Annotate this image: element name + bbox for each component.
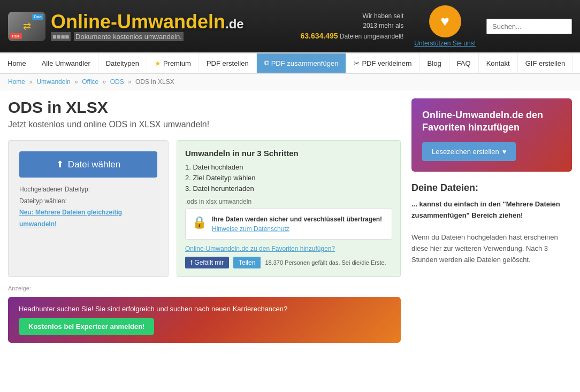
logo-subtitle-text: Dokumente kostenlos umwandeln.	[74, 32, 184, 41]
breadcrumb-sep1: »	[29, 78, 33, 86]
steps-title: Umwandeln in nur 3 Schritten	[185, 149, 392, 158]
merge-icon: ⧉	[264, 59, 269, 67]
heart-btn-icon: ♥	[502, 148, 507, 156]
stats-line1: Wir haben seit	[300, 11, 403, 21]
privacy-link[interactable]: Hinweise zum Datenschutz	[212, 225, 289, 233]
breadcrumb-sep3: »	[103, 78, 106, 86]
stats-line2: 2013 mehr als	[300, 21, 403, 30]
nav: Home Alle Umwandler Dateitypen ★ Premium…	[0, 52, 580, 74]
step-3: 3. Datei herunterladen	[185, 185, 392, 193]
main: ODS in XLSX Jetzt kostenlos und online O…	[0, 90, 580, 351]
files-title: Deine Dateien:	[411, 182, 572, 194]
nav-home[interactable]: Home	[0, 53, 34, 73]
upload-section: ⬆ Datei wählen Hochgeladener Dateityp: D…	[8, 140, 401, 277]
logo-main-text: Online-Umwandeln	[51, 11, 225, 33]
stats-number: 63.634.495	[300, 32, 338, 40]
files-description: Wenn du Dateien hochgeladen hast erschei…	[411, 233, 558, 264]
files-section: Deine Dateien: ... kannst du einfach in …	[411, 182, 572, 266]
logo-area: PDF Doc ⇄ Online-Umwandeln.de ■■■■ Dokum…	[8, 12, 244, 41]
nav-kontakt[interactable]: Kontakt	[479, 53, 518, 73]
upload-box: ⬆ Datei wählen Hochgeladener Dateityp: D…	[8, 140, 169, 277]
nav-faq[interactable]: FAQ	[449, 53, 479, 73]
header: PDF Doc ⇄ Online-Umwandeln.de ■■■■ Dokum…	[0, 0, 580, 52]
content-area: ODS in XLSX Jetzt kostenlos und online O…	[8, 98, 401, 343]
logo-de-text: .de	[225, 17, 244, 31]
support-text[interactable]: Unterstützen Sie uns!	[414, 40, 476, 47]
ad-banner: Headhunter suchen Sie! Sie sind erfolgre…	[8, 297, 401, 343]
logo-title: Online-Umwandeln.de	[51, 12, 244, 32]
nav-pdf-verkleinern-label: PDF verkleinern	[362, 59, 411, 67]
nav-dateitypen[interactable]: Dateitypen	[98, 53, 147, 73]
share-button[interactable]: Teilen	[233, 257, 261, 268]
files-text: ... kannst du einfach in den "Mehrere Da…	[411, 199, 572, 266]
support-area[interactable]: ♥ Unterstützen Sie uns!	[414, 5, 476, 47]
upload-btn-label: Datei wählen	[68, 159, 120, 170]
sidebar: Online-Umwandeln.de den Favoriten hinzuf…	[411, 98, 572, 343]
breadcrumb-sep4: »	[128, 78, 132, 86]
breadcrumb-current: ODS in XLSX	[135, 78, 174, 86]
like-button[interactable]: f Gefällt mir	[185, 257, 229, 268]
bookmark-title: Online-Umwandeln.de den Favoriten hinzuf…	[422, 109, 561, 134]
breadcrumb-ods[interactable]: ODS	[110, 78, 124, 86]
page-title: ODS in XLSX	[8, 98, 401, 117]
page-subtitle: Jetzt kostenlos und online ODS in XLSX u…	[8, 120, 401, 129]
upload-button[interactable]: ⬆ Datei wählen	[19, 151, 157, 178]
nav-blog[interactable]: Blog	[420, 53, 449, 73]
security-box: 🔒 Ihre Daten werden sicher und verschlüs…	[185, 209, 392, 240]
nav-pdf-zusammenfuegen-label: PDF zusammenfügen	[271, 59, 339, 67]
logo-text: Online-Umwandeln.de ■■■■ Dokumente koste…	[51, 12, 244, 41]
heart-icon: ♥	[429, 5, 461, 37]
logo-icon: PDF Doc ⇄	[8, 12, 45, 41]
social-bar: f Gefällt mir Teilen 18.370 Personen gef…	[185, 257, 392, 268]
bookmark-btn-label: Lesezeichen erstellen	[432, 148, 499, 156]
breadcrumb-umwandeln[interactable]: Umwandeln	[36, 78, 70, 86]
convert-label: .ods in xlsx umwandeln	[185, 198, 392, 205]
upload-info-line1: Hochgeladener Dateityp:	[19, 184, 157, 196]
nav-premium[interactable]: ★ Premium	[147, 53, 199, 73]
bookmark-box: Online-Umwandeln.de den Favoriten hinzuf…	[411, 98, 572, 172]
nav-premium-label: Premium	[163, 59, 191, 67]
step-2: 2. Ziel Dateityp wählen	[185, 174, 392, 182]
header-right: Wir haben seit 2013 mehr als 63.634.495 …	[300, 5, 572, 47]
nav-gif-erstellen[interactable]: GIF erstellen	[518, 53, 573, 73]
ad-text: Headhunter suchen Sie! Sie sind erfolgre…	[19, 305, 390, 313]
security-bold: Ihre Daten werden sicher und verschlüsse…	[212, 216, 382, 223]
logo-subtitle: ■■■■ Dokumente kostenlos umwandeln.	[51, 33, 244, 41]
lock-icon: 🔒	[192, 216, 207, 229]
favorite-link[interactable]: Online-Umwandeln.de zu den Favoriten hin…	[185, 245, 392, 252]
nav-alle-umwandler[interactable]: Alle Umwandler	[34, 53, 98, 73]
multi-upload-link[interactable]: Neu: Mehrere Dateien gleichzeitig umwand…	[19, 209, 122, 228]
like-count: 18.370 Personen gefällt das. Sei die/die…	[265, 259, 386, 266]
breadcrumb-home[interactable]: Home	[8, 78, 25, 86]
pdf-badge: PDF	[10, 33, 22, 39]
steps-box: Umwandeln in nur 3 Schritten 1. Datei ho…	[177, 140, 401, 277]
doc-badge: Doc	[32, 14, 43, 20]
breadcrumb-sep2: »	[74, 78, 78, 86]
anzeige-label: Anzeige:	[8, 285, 401, 291]
upload-icon: ⬆	[56, 159, 64, 170]
nav-pdf-erstellen[interactable]: PDF erstellen	[199, 53, 257, 73]
nav-pdf-verkleinern[interactable]: ✂ PDF verkleinern	[346, 53, 419, 73]
files-bold: ... kannst du einfach in den "Mehrere Da…	[411, 200, 560, 219]
step-1: 1. Datei hochladen	[185, 163, 392, 171]
upload-info-line2: Dateityp wählen:	[19, 196, 157, 207]
breadcrumb: Home » Umwandeln » Office » ODS » ODS in…	[0, 74, 580, 90]
security-text: Ihre Daten werden sicher und verschlüsse…	[212, 214, 382, 234]
upload-info: Hochgeladener Dateityp: Dateityp wählen:…	[19, 184, 157, 230]
nav-pdf-zusammenfuegen[interactable]: ⧉ PDF zusammenfügen	[257, 53, 347, 73]
star-icon: ★	[155, 59, 161, 67]
stats-text: Wir haben seit 2013 mehr als 63.634.495 …	[300, 11, 403, 42]
compress-icon: ✂	[354, 59, 360, 67]
breadcrumb-office[interactable]: Office	[82, 78, 98, 86]
bookmark-button[interactable]: Lesezeichen erstellen ♥	[422, 142, 516, 161]
stats-line3: Dateien umgewandelt!	[340, 33, 403, 40]
fb-icon: f	[190, 259, 192, 266]
ad-button[interactable]: Kostenlos bei Experteer anmelden!	[19, 318, 154, 335]
like-btn-label: Gefällt mir	[194, 259, 224, 266]
search-input[interactable]	[486, 19, 572, 34]
